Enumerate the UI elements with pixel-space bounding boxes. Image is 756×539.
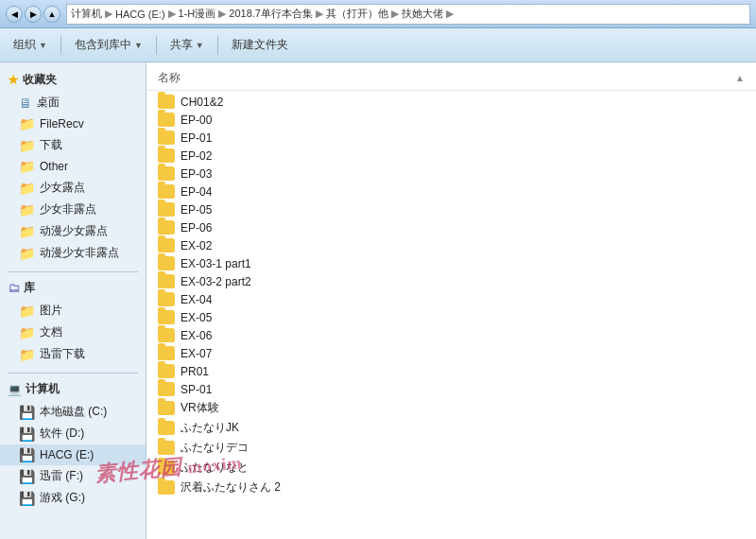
sidebar-item-drive-f[interactable]: 💾 迅雷 (F:)	[0, 465, 146, 487]
breadcrumb[interactable]: 计算机 ▶ HACG (E:) ▶ 1-H漫画 ▶ 2018.7单行本合集 ▶ …	[66, 4, 750, 25]
sidebar-item-girl-露点[interactable]: 📁 少女露点	[0, 177, 146, 199]
sidebar-item-drive-c[interactable]: 💾 本地磁盘 (C:)	[0, 401, 146, 423]
folder-icon: 📁	[19, 181, 35, 196]
toolbar: 组织 ▼ 包含到库中 ▼ 共享 ▼ 新建文件夹	[0, 28, 756, 62]
file-name: EX-03-2 part2	[180, 275, 251, 288]
window-controls[interactable]: ◀ ▶ ▲	[6, 6, 60, 23]
list-item[interactable]: EX-04	[146, 290, 756, 308]
sidebar-item-label: 文档	[40, 324, 62, 340]
sidebar-item-documents[interactable]: 📁 文档	[0, 322, 146, 343]
list-item[interactable]: EX-02	[146, 236, 756, 254]
list-item[interactable]: EP-01	[146, 129, 756, 147]
computer-label: 计算机	[26, 381, 60, 397]
content-header: 名称 ▲	[146, 66, 756, 91]
list-item[interactable]: VR体験	[146, 398, 756, 418]
list-item[interactable]: ふたなりJK	[146, 418, 756, 438]
folder-icon	[158, 238, 175, 252]
file-name: EP-04	[180, 185, 212, 199]
folder-icon: 📁	[19, 116, 35, 131]
list-item[interactable]: SP-01	[146, 380, 756, 398]
sidebar-item-label: 本地磁盘 (C:)	[40, 404, 107, 420]
sidebar-item-label: 下载	[40, 137, 62, 153]
sidebar-item-downloads[interactable]: 📁 下载	[0, 134, 146, 156]
list-item[interactable]: CH01&2	[146, 93, 756, 111]
folder-icon	[158, 220, 175, 235]
list-item[interactable]: EP-05	[146, 200, 756, 218]
list-item[interactable]: ふたなりデコ	[146, 438, 756, 458]
breadcrumb-item[interactable]: HACG (E:)	[115, 9, 165, 20]
sidebar-item-label: 动漫少女非露点	[40, 245, 119, 261]
list-item[interactable]: EX-03-2 part2	[146, 272, 756, 290]
list-item[interactable]: EX-07	[146, 344, 756, 362]
sidebar-item-label: 动漫少女露点	[40, 223, 108, 239]
new-folder-button[interactable]: 新建文件夹	[226, 34, 294, 56]
sidebar-item-anime-girl-露点[interactable]: 📁 动漫少女露点	[0, 220, 146, 242]
include-library-button[interactable]: 包含到库中 ▼	[69, 34, 148, 56]
folder-icon: 📁	[19, 325, 35, 340]
folder-icon	[158, 382, 175, 396]
list-item[interactable]: EP-02	[146, 147, 756, 165]
title-bar: ◀ ▶ ▲ 计算机 ▶ HACG (E:) ▶ 1-H漫画 ▶ 2018.7单行…	[0, 0, 756, 28]
forward-button[interactable]: ▶	[25, 6, 42, 23]
sidebar-item-label: 迅雷下载	[40, 346, 85, 362]
sidebar-item-desktop[interactable]: 🖥 桌面	[0, 92, 146, 113]
share-arrow: ▼	[196, 41, 204, 50]
list-item[interactable]: 沢着ふたなりさん 2	[146, 478, 756, 497]
library-icon: 🗂	[8, 281, 20, 295]
sidebar-item-drive-d[interactable]: 💾 软件 (D:)	[0, 423, 146, 444]
file-name: EX-04	[180, 293, 212, 306]
folder-icon: 📁	[19, 347, 35, 362]
sidebar-item-pictures[interactable]: 📁 图片	[0, 300, 146, 322]
organize-label: 组织	[13, 37, 36, 53]
list-item[interactable]: EX-05	[146, 308, 756, 326]
include-library-label: 包含到库中	[75, 37, 131, 53]
list-item[interactable]: EP-00	[146, 111, 756, 129]
new-folder-label: 新建文件夹	[232, 37, 288, 53]
breadcrumb-item[interactable]: 1-H漫画	[179, 7, 216, 21]
list-item[interactable]: EX-03-1 part1	[146, 254, 756, 272]
sidebar-divider1	[8, 271, 138, 272]
back-button[interactable]: ◀	[6, 6, 23, 23]
list-item[interactable]: EX-06	[146, 326, 756, 344]
breadcrumb-item[interactable]: 其（打开）他	[326, 7, 388, 21]
main-layout: ★ 收藏夹 🖥 桌面 📁 FileRecv 📁 下载 📁 Other 📁	[0, 62, 756, 539]
list-item[interactable]: EP-06	[146, 218, 756, 236]
favorites-header: ★ 收藏夹	[0, 68, 146, 92]
folder-icon: 📁	[19, 202, 35, 217]
file-name: CH01&2	[180, 96, 223, 109]
sidebar-item-label: 少女非露点	[40, 201, 96, 217]
share-button[interactable]: 共享 ▼	[164, 34, 210, 56]
sidebar-item-label: Other	[40, 160, 68, 173]
list-item[interactable]: EP-03	[146, 165, 756, 183]
organize-button[interactable]: 组织 ▼	[8, 34, 53, 56]
favorites-section: ★ 收藏夹 🖥 桌面 📁 FileRecv 📁 下载 📁 Other 📁	[0, 68, 146, 264]
file-name: SP-01	[180, 383, 212, 396]
folder-icon	[158, 256, 175, 270]
breadcrumb-item[interactable]: 计算机	[71, 7, 102, 21]
up-button[interactable]: ▲	[43, 6, 60, 23]
file-name: EP-00	[180, 113, 212, 127]
folder-icon: 📁	[19, 224, 35, 239]
library-label: 库	[24, 280, 35, 296]
file-name: ふたなりなと	[180, 460, 249, 476]
breadcrumb-item[interactable]: 扶她大佬	[402, 7, 443, 21]
list-item[interactable]: PR01	[146, 362, 756, 380]
breadcrumb-item[interactable]: 2018.7单行本合集	[229, 7, 313, 21]
sidebar-item-drive-g[interactable]: 💾 游戏 (G:)	[0, 487, 146, 509]
folder-icon	[158, 274, 175, 288]
computer-section: 💻 计算机 💾 本地磁盘 (C:) 💾 软件 (D:) 💾 HACG (E:) …	[0, 377, 146, 509]
folder-icon	[158, 148, 175, 163]
sidebar-item-other[interactable]: 📁 Other	[0, 156, 146, 177]
sidebar-item-filerecv[interactable]: 📁 FileRecv	[0, 113, 146, 134]
sidebar-item-label: 图片	[40, 303, 62, 319]
sidebar-item-label: HACG (E:)	[40, 448, 94, 461]
sidebar-item-girl-non露点[interactable]: 📁 少女非露点	[0, 199, 146, 220]
sidebar-item-label: FileRecv	[40, 117, 84, 130]
sidebar-item-anime-girl-non露点[interactable]: 📁 动漫少女非露点	[0, 242, 146, 264]
sidebar-item-drive-e[interactable]: 💾 HACG (E:)	[0, 444, 146, 465]
file-name: ふたなりJK	[180, 420, 239, 436]
list-item[interactable]: ふたなりなと	[146, 458, 756, 478]
list-item[interactable]: EP-04	[146, 183, 756, 200]
sidebar-item-xunlei-downloads[interactable]: 📁 迅雷下载	[0, 343, 146, 365]
file-name: EP-01	[180, 131, 212, 145]
